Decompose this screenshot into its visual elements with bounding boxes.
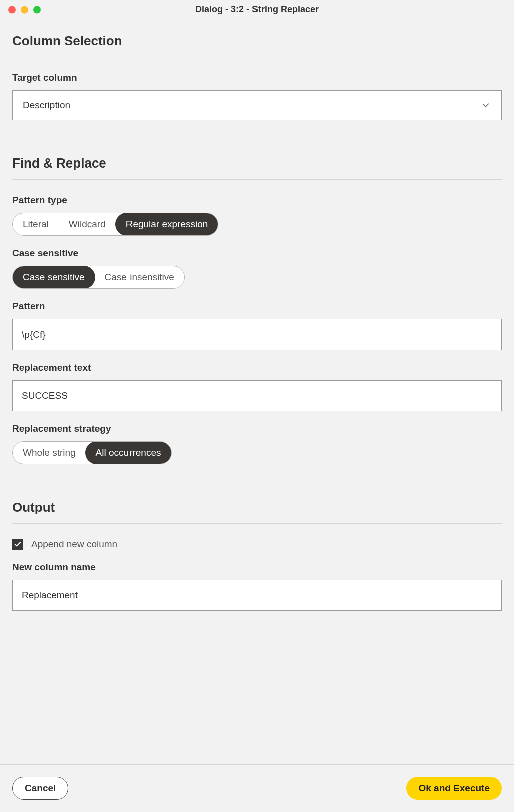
replacement-text-label: Replacement text	[12, 362, 502, 373]
pattern-type-segmented: Literal Wildcard Regular expression	[12, 213, 218, 236]
strategy-whole-string[interactable]: Whole string	[13, 442, 86, 464]
replacement-strategy-segmented: Whole string All occurrences	[12, 441, 172, 464]
case-insensitive-option[interactable]: Case insensitive	[95, 266, 184, 288]
divider	[12, 523, 502, 524]
section-heading-column-selection: Column Selection	[12, 33, 502, 49]
dialog-footer: Cancel Ok and Execute	[0, 764, 514, 812]
case-sensitive-segmented: Case sensitive Case insensitive	[12, 266, 185, 289]
pattern-type-literal[interactable]: Literal	[13, 213, 59, 235]
pattern-input[interactable]	[12, 319, 502, 350]
pattern-type-label: Pattern type	[12, 195, 502, 206]
window-title: Dialog - 3:2 - String Replacer	[0, 4, 514, 15]
section-heading-find-replace: Find & Replace	[12, 155, 502, 171]
target-column-select[interactable]: Description	[12, 90, 502, 120]
pattern-label: Pattern	[12, 301, 502, 312]
ok-and-execute-button[interactable]: Ok and Execute	[406, 777, 502, 800]
maximize-window-button[interactable]	[33, 6, 41, 13]
cancel-button[interactable]: Cancel	[12, 777, 68, 800]
append-new-column-label: Append new column	[31, 539, 117, 550]
new-column-name-label: New column name	[12, 562, 502, 573]
close-window-button[interactable]	[8, 6, 16, 13]
target-column-label: Target column	[12, 72, 502, 83]
target-column-value: Description	[23, 100, 70, 111]
replacement-strategy-label: Replacement strategy	[12, 423, 502, 434]
window-controls	[8, 6, 41, 13]
strategy-all-occurrences[interactable]: All occurrences	[85, 441, 172, 464]
new-column-name-input[interactable]	[12, 580, 502, 611]
minimize-window-button[interactable]	[21, 6, 28, 13]
titlebar: Dialog - 3:2 - String Replacer	[0, 0, 514, 19]
case-sensitive-label: Case sensitive	[12, 248, 502, 259]
case-sensitive-option[interactable]: Case sensitive	[12, 266, 95, 289]
pattern-type-regex[interactable]: Regular expression	[115, 213, 219, 236]
section-heading-output: Output	[12, 500, 502, 515]
divider	[12, 179, 502, 180]
chevron-down-icon	[480, 100, 491, 111]
pattern-type-wildcard[interactable]: Wildcard	[59, 213, 116, 235]
append-new-column-checkbox[interactable]	[12, 539, 23, 550]
replacement-text-input[interactable]	[12, 380, 502, 411]
divider	[12, 57, 502, 57]
